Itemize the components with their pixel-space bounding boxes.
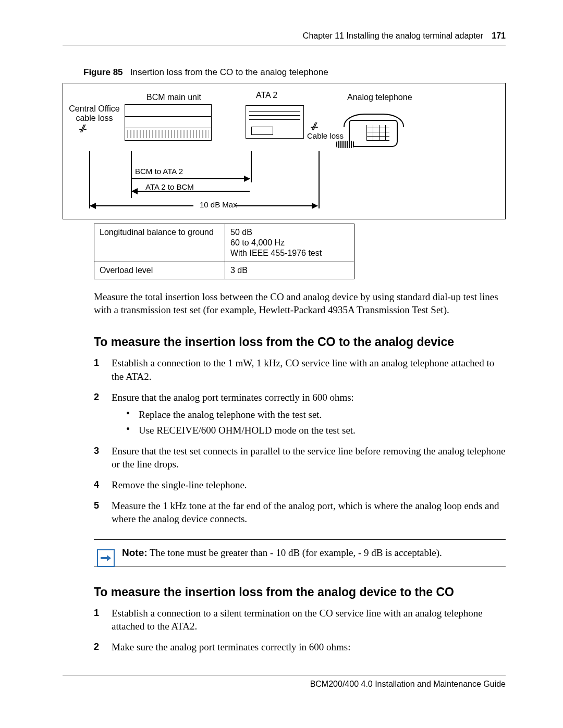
section-heading: To measure the insertion loss from the C… (94, 335, 506, 349)
figure-label: Figure 85 (83, 67, 123, 77)
step-text: Ensure that the test set connects in par… (112, 446, 506, 470)
note-block: Note: The tone must be greater than - 10… (94, 539, 506, 566)
note-body: The tone must be greater than - 10 dB (f… (148, 547, 442, 558)
arrow-left-icon (132, 191, 250, 192)
step-text: Establish a connection to a silent termi… (112, 608, 483, 632)
label-bcm: BCM main unit (146, 93, 201, 102)
list-item: Use RECEIVE/600 OHM/HOLD mode on the tes… (126, 424, 506, 437)
list-item: 2 Ensure that the analog port terminates… (94, 391, 506, 437)
arrow-right-icon (132, 178, 250, 179)
bcm-unit-icon (125, 104, 212, 141)
figure-diagram: BCM main unit ATA 2 Analog telephone Cen… (63, 83, 506, 219)
figure-caption-text: Insertion loss from the CO to the analog… (130, 67, 328, 77)
label-telephone: Analog telephone (347, 93, 412, 102)
list-item: 4 Remove the single-line telephone. (94, 478, 506, 492)
label-10db-max: 10 dB Max (200, 200, 237, 209)
label-central-office: Central Office cable loss (68, 104, 120, 122)
sub-bullets: Replace the analog telephone with the te… (126, 408, 506, 437)
arrow-right-icon (235, 205, 317, 206)
label-ata-to-bcm: ATA 2 to BCM (145, 182, 194, 191)
list-item: 3 Ensure that the test set connects in p… (94, 445, 506, 471)
guide-line (89, 151, 90, 208)
param-cell: Overload level (94, 262, 225, 279)
step-text: Establish a connection to the 1 mW, 1 kH… (112, 357, 494, 382)
table-row: Overload level 3 dB (94, 262, 354, 279)
guide-line (319, 151, 320, 208)
section-heading: To measure the insertion loss from the a… (94, 585, 506, 599)
note-label: Note: (122, 547, 148, 558)
step-text: Make sure the analog port terminates cor… (112, 641, 351, 652)
guide-line (251, 151, 252, 182)
cable-break-icon: -//- (79, 123, 85, 135)
chapter-title: Chapter 11 Installing the analog termina… (303, 31, 483, 40)
table-row: Longitudinal balance to ground 50 dB 60 … (94, 224, 354, 262)
param-cell: Longitudinal balance to ground (94, 224, 225, 262)
steps-list: 1 Establish a connection to the 1 mW, 1 … (94, 356, 506, 525)
list-item: 2 Make sure the analog port terminates c… (94, 640, 506, 654)
telephone-icon (334, 104, 402, 146)
label-bcm-to-ata: BCM to ATA 2 (135, 167, 183, 176)
arrow-left-icon (90, 205, 193, 206)
step-text: Measure the 1 kHz tone at the far end of… (112, 500, 499, 525)
value-cell: 50 dB 60 to 4,000 Hz With IEEE 455-1976 … (225, 224, 354, 262)
ata2-icon (246, 105, 304, 139)
list-item: 5 Measure the 1 kHz tone at the far end … (94, 499, 506, 526)
running-header: Chapter 11 Installing the analog termina… (63, 31, 506, 45)
label-ata: ATA 2 (256, 91, 277, 100)
step-text: Ensure that the analog port terminates c… (112, 392, 354, 403)
figure-caption: Figure 85 Insertion loss from the CO to … (83, 67, 506, 78)
footer: BCM200/400 4.0 Installation and Maintena… (63, 675, 506, 689)
value-cell: 3 dB (225, 262, 354, 279)
list-item: 1 Establish a connection to a silent ter… (94, 607, 506, 633)
page-number: 171 (492, 31, 506, 40)
arrow-right-icon (97, 549, 115, 567)
list-item: 1 Establish a connection to the 1 mW, 1 … (94, 356, 506, 383)
spec-table: Longitudinal balance to ground 50 dB 60 … (94, 224, 354, 279)
page: Chapter 11 Installing the analog termina… (0, 0, 563, 710)
step-text: Remove the single-line telephone. (112, 479, 247, 490)
paragraph: Measure the total insertion loss between… (94, 291, 506, 316)
steps-list: 1 Establish a connection to a silent ter… (94, 607, 506, 654)
note-text: Note: The tone must be greater than - 10… (122, 547, 506, 559)
list-item: Replace the analog telephone with the te… (126, 408, 506, 422)
